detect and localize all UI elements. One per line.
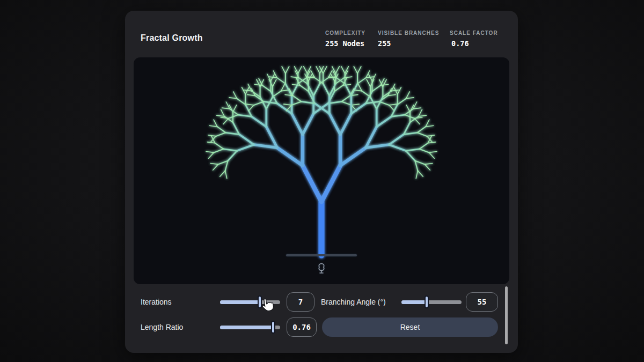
branching-angle-slider[interactable] xyxy=(401,295,462,308)
fractal-tree xyxy=(134,57,509,284)
stat-visible-branches-value: 255 xyxy=(378,39,439,48)
stat-scale-factor-label: SCALE FACTOR xyxy=(450,30,498,36)
slider-fill xyxy=(220,326,273,329)
length-ratio-slider[interactable] xyxy=(220,321,280,334)
iterations-value-box[interactable]: 7 xyxy=(287,292,314,312)
stat-scale-factor: SCALE FACTOR 0.76 xyxy=(450,30,498,48)
branching-angle-value-box[interactable]: 55 xyxy=(466,292,498,312)
stat-complexity-value: 255 Nodes xyxy=(325,39,365,48)
iterations-slider[interactable] xyxy=(220,295,280,308)
length-ratio-slider-thumb[interactable] xyxy=(271,321,275,334)
slider-fill xyxy=(220,300,260,304)
stat-scale-factor-value: 0.76 xyxy=(450,39,498,48)
tree-icon xyxy=(319,264,324,274)
stat-complexity-label: COMPLEXITY xyxy=(325,30,365,36)
slider-fill xyxy=(401,300,427,304)
branching-angle-slider-thumb[interactable] xyxy=(425,295,429,308)
branching-angle-label: Branching Angle (°) xyxy=(321,298,386,306)
fractal-canvas[interactable] xyxy=(134,57,509,284)
vertical-scrollbar-thumb[interactable] xyxy=(505,286,508,344)
length-ratio-value-box[interactable]: 0.76 xyxy=(287,317,317,337)
length-ratio-label: Length Ratio xyxy=(141,323,183,331)
page-title: Fractal Growth xyxy=(141,33,203,43)
iterations-slider-thumb[interactable] xyxy=(258,295,262,308)
fractal-branches xyxy=(206,67,437,255)
stat-complexity: COMPLEXITY 255 Nodes xyxy=(325,30,365,48)
stat-visible-branches: VISIBLE BRANCHES 255 xyxy=(378,30,439,48)
stat-visible-branches-label: VISIBLE BRANCHES xyxy=(378,30,439,36)
iterations-label: Iterations xyxy=(141,298,172,306)
fractal-app-card: Fractal Growth COMPLEXITY 255 Nodes VISI… xyxy=(125,11,518,353)
reset-button[interactable]: Reset xyxy=(322,317,498,337)
